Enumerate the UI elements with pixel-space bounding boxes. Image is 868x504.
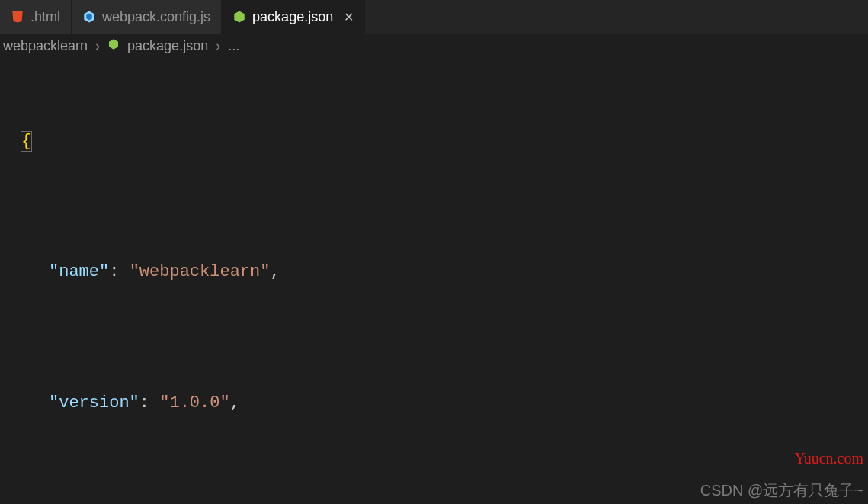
html-icon xyxy=(11,10,24,24)
tab-bar: .html webpack.config.js package.json ✕ xyxy=(0,0,868,34)
webpack-icon xyxy=(82,10,96,24)
chevron-right-icon: › xyxy=(95,38,100,54)
tab-html[interactable]: .html xyxy=(0,0,72,34)
watermark-csdn: CSDN @远方有只兔子~ xyxy=(700,480,863,501)
chevron-right-icon: › xyxy=(216,38,220,54)
brace-open: { xyxy=(21,132,31,151)
watermark-site: Yuucn.com xyxy=(794,450,863,467)
breadcrumb[interactable]: webpacklearn › package.json › ... xyxy=(0,34,868,60)
close-icon[interactable]: ✕ xyxy=(344,10,354,24)
nodejs-icon xyxy=(232,10,246,24)
tab-package-json[interactable]: package.json ✕ xyxy=(222,0,365,34)
json-line-version: "version": "1.0.0", xyxy=(21,387,868,420)
tab-label: .html xyxy=(30,9,60,25)
breadcrumb-file[interactable]: package.json xyxy=(127,38,208,54)
json-line-name: "name": "webpacklearn", xyxy=(21,256,868,289)
svg-marker-2 xyxy=(234,11,245,23)
breadcrumb-folder[interactable]: webpacklearn xyxy=(3,38,88,54)
code-editor[interactable]: { "name": "webpacklearn", "version": "1.… xyxy=(0,60,868,504)
tab-label: webpack.config.js xyxy=(102,9,210,25)
tab-label: package.json xyxy=(252,9,333,25)
tab-webpack-config[interactable]: webpack.config.js xyxy=(72,0,222,34)
nodejs-icon xyxy=(107,38,120,54)
breadcrumb-ellipsis[interactable]: ... xyxy=(228,38,239,54)
svg-marker-3 xyxy=(109,39,118,49)
